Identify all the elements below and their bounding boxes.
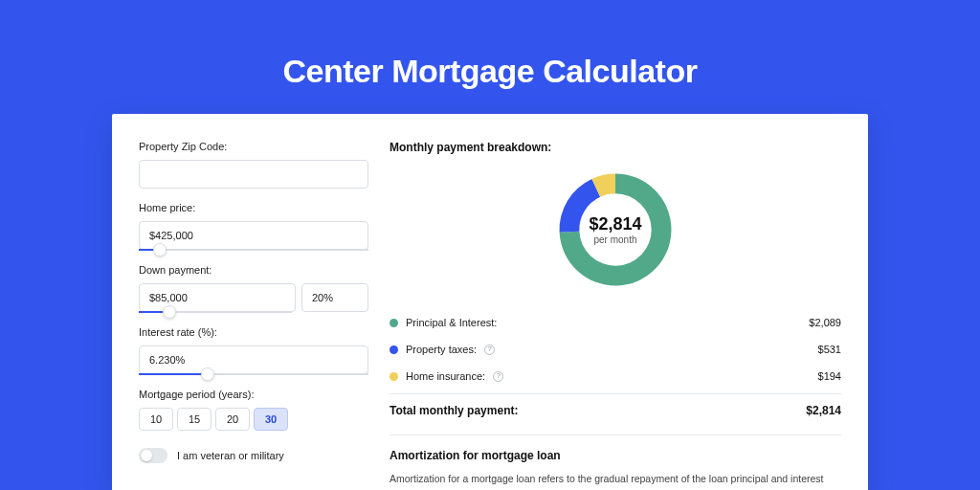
legend-dot [390,345,398,354]
legend-label: Home insurance: [406,370,485,382]
donut-center: $2,814 per month [553,167,678,292]
legend-row: Home insurance:?$194 [390,363,841,390]
calculator-card: Property Zip Code: Home price: Down paym… [112,114,868,490]
price-input[interactable] [139,221,368,250]
veteran-toggle[interactable] [139,448,167,463]
price-label: Home price: [139,202,368,213]
period-option-20[interactable]: 20 [215,408,250,431]
down-field: Down payment: [139,264,368,313]
rate-label: Interest rate (%): [139,326,368,338]
amortization-section: Amortization for mortgage loan Amortizat… [390,434,841,490]
legend-row: Property taxes:?$531 [390,336,841,363]
legend-dot [390,319,398,327]
breakdown-title: Monthly payment breakdown: [390,141,841,154]
help-icon[interactable]: ? [493,371,503,382]
period-option-30[interactable]: 30 [254,408,288,431]
down-label: Down payment: [139,264,368,276]
legend-value: $194 [818,370,841,382]
donut-chart-wrap: $2,814 per month [390,167,841,292]
legend-value: $531 [818,344,841,355]
inputs-column: Property Zip Code: Home price: Down paym… [139,141,368,490]
donut-sub: per month [593,234,636,245]
legend-label: Principal & Interest: [406,317,497,328]
amortization-body: Amortization for a mortgage loan refers … [390,472,841,490]
veteran-label: I am veteran or military [177,450,284,461]
period-options: 10152030 [139,408,368,431]
price-field: Home price: [139,202,368,251]
legend-dot [390,372,398,381]
period-option-15[interactable]: 15 [177,408,212,431]
period-label: Mortgage period (years): [139,389,368,400]
rate-input[interactable] [139,345,368,374]
amortization-title: Amortization for mortgage loan [390,449,841,462]
veteran-row: I am veteran or military [139,448,368,463]
down-slider[interactable] [139,311,292,313]
down-slider-thumb[interactable] [163,305,176,319]
down-percent-input[interactable] [301,283,368,312]
period-option-10[interactable]: 10 [139,408,173,431]
toggle-knob [141,450,152,461]
page-title: Center Mortgage Calculator [0,0,980,114]
total-value: $2,814 [806,404,841,417]
price-slider[interactable] [139,249,368,251]
rate-slider-thumb[interactable] [201,368,214,381]
price-slider-thumb[interactable] [153,243,167,256]
legend-row: Principal & Interest:$2,089 [390,309,841,336]
down-amount-input[interactable] [139,283,296,312]
donut-amount: $2,814 [589,214,641,234]
donut-chart: $2,814 per month [553,167,678,292]
legend-label: Property taxes: [406,344,477,355]
legend: Principal & Interest:$2,089Property taxe… [390,309,841,390]
rate-field: Interest rate (%): [139,326,368,375]
legend-value: $2,089 [809,317,841,328]
zip-field: Property Zip Code: [139,141,368,189]
zip-input[interactable] [139,160,368,189]
results-column: Monthly payment breakdown: $2,814 per mo… [390,141,841,490]
total-row: Total monthly payment: $2,814 [390,393,841,417]
total-label: Total monthly payment: [390,404,518,417]
help-icon[interactable]: ? [484,345,495,355]
zip-label: Property Zip Code: [139,141,368,152]
period-field: Mortgage period (years): 10152030 [139,389,368,431]
rate-slider[interactable] [139,373,368,375]
